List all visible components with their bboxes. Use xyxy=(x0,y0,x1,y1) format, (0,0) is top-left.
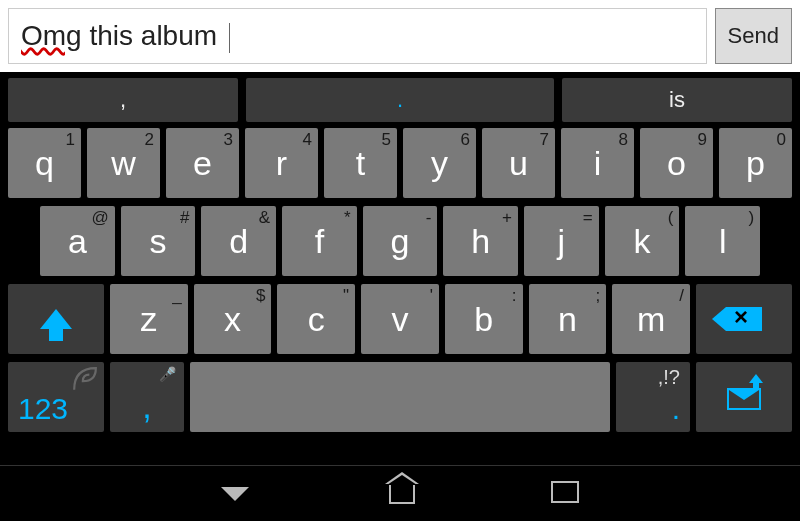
suggestion-right[interactable]: is xyxy=(562,78,792,122)
swiftkey-logo-icon xyxy=(72,366,98,392)
key-secondary: _ xyxy=(172,286,181,306)
mic-icon: 🎤 xyxy=(159,366,176,382)
key-main: i xyxy=(594,144,602,183)
key-main: s xyxy=(150,222,167,261)
suggestion-left[interactable]: , xyxy=(8,78,238,122)
key-row-3: _z$x"c'v:b;n/m xyxy=(0,280,800,358)
key-t[interactable]: 5t xyxy=(324,128,397,198)
key-row-1: 1q2w3e4r5t6y7u8i9o0p xyxy=(0,124,800,202)
key-main: u xyxy=(509,144,528,183)
key-secondary: & xyxy=(259,208,270,228)
key-g[interactable]: -g xyxy=(363,206,438,276)
text-input[interactable]: Omg this album xyxy=(8,8,707,64)
key-main: z xyxy=(140,300,157,339)
key-u[interactable]: 7u xyxy=(482,128,555,198)
nav-back-button[interactable] xyxy=(221,487,249,501)
key-row-2: @a#s&d*f-g+h=j(k)l xyxy=(0,202,800,280)
key-main: h xyxy=(471,222,490,261)
text-cursor xyxy=(229,23,230,53)
key-z[interactable]: _z xyxy=(110,284,188,354)
home-icon xyxy=(389,484,415,504)
key-main: q xyxy=(35,144,54,183)
key-secondary: 9 xyxy=(698,130,707,150)
send-mail-icon xyxy=(727,384,761,410)
key-j[interactable]: =j xyxy=(524,206,599,276)
row-indent xyxy=(766,206,792,276)
numeric-label: 123 xyxy=(18,392,68,426)
key-secondary: $ xyxy=(256,286,265,306)
period-key[interactable]: ,!? . xyxy=(616,362,690,432)
key-main: j xyxy=(558,222,566,261)
key-secondary: - xyxy=(426,208,432,228)
misspelled-word: Omg xyxy=(21,20,82,51)
key-b[interactable]: :b xyxy=(445,284,523,354)
shift-key[interactable] xyxy=(8,284,104,354)
key-secondary: 0 xyxy=(777,130,786,150)
key-main: r xyxy=(276,144,287,183)
key-main: p xyxy=(746,144,765,183)
android-navbar xyxy=(0,465,800,521)
key-secondary: / xyxy=(679,286,684,306)
key-a[interactable]: @a xyxy=(40,206,115,276)
key-m[interactable]: /m xyxy=(612,284,690,354)
send-button[interactable]: Send xyxy=(715,8,792,64)
key-secondary: + xyxy=(502,208,512,228)
key-i[interactable]: 8i xyxy=(561,128,634,198)
key-n[interactable]: ;n xyxy=(529,284,607,354)
key-secondary: @ xyxy=(91,208,108,228)
key-main: f xyxy=(315,222,324,261)
recent-apps-icon xyxy=(555,485,579,503)
key-main: e xyxy=(193,144,212,183)
key-h[interactable]: +h xyxy=(443,206,518,276)
key-q[interactable]: 1q xyxy=(8,128,81,198)
key-secondary: 6 xyxy=(461,130,470,150)
key-s[interactable]: #s xyxy=(121,206,196,276)
key-secondary: " xyxy=(343,286,349,306)
key-main: x xyxy=(224,300,241,339)
nav-recent-button[interactable] xyxy=(555,485,579,503)
key-main: d xyxy=(229,222,248,261)
key-main: w xyxy=(111,144,136,183)
key-r[interactable]: 4r xyxy=(245,128,318,198)
key-y[interactable]: 6y xyxy=(403,128,476,198)
key-v[interactable]: 'v xyxy=(361,284,439,354)
key-f[interactable]: *f xyxy=(282,206,357,276)
key-main: k xyxy=(634,222,651,261)
key-secondary: ( xyxy=(668,208,674,228)
key-main: b xyxy=(474,300,493,339)
key-secondary: 3 xyxy=(224,130,233,150)
suggestion-center[interactable]: . xyxy=(246,78,554,122)
enter-key[interactable] xyxy=(696,362,792,432)
key-main: c xyxy=(308,300,325,339)
key-main: v xyxy=(392,300,409,339)
key-main: g xyxy=(391,222,410,261)
key-secondary: 7 xyxy=(540,130,549,150)
key-row-4: 123 🎤 , ,!? . xyxy=(0,358,800,436)
key-x[interactable]: $x xyxy=(194,284,272,354)
space-key[interactable] xyxy=(190,362,610,432)
comma-key[interactable]: 🎤 , xyxy=(110,362,184,432)
key-l[interactable]: )l xyxy=(685,206,760,276)
key-secondary: # xyxy=(180,208,189,228)
key-secondary: ; xyxy=(596,286,601,306)
key-e[interactable]: 3e xyxy=(166,128,239,198)
nav-home-button[interactable] xyxy=(389,484,415,504)
key-secondary: ' xyxy=(430,286,433,306)
key-o[interactable]: 9o xyxy=(640,128,713,198)
numeric-key[interactable]: 123 xyxy=(8,362,104,432)
chevron-down-icon xyxy=(221,487,249,501)
input-rest: this album xyxy=(82,20,225,51)
key-main: y xyxy=(431,144,448,183)
key-main: n xyxy=(558,300,577,339)
key-secondary: ) xyxy=(748,208,754,228)
key-p[interactable]: 0p xyxy=(719,128,792,198)
key-secondary: 5 xyxy=(382,130,391,150)
key-c[interactable]: "c xyxy=(277,284,355,354)
backspace-key[interactable] xyxy=(696,284,792,354)
key-main: a xyxy=(68,222,87,261)
key-secondary: * xyxy=(344,208,351,228)
key-w[interactable]: 2w xyxy=(87,128,160,198)
key-d[interactable]: &d xyxy=(201,206,276,276)
key-k[interactable]: (k xyxy=(605,206,680,276)
comma-label: , xyxy=(142,387,151,426)
